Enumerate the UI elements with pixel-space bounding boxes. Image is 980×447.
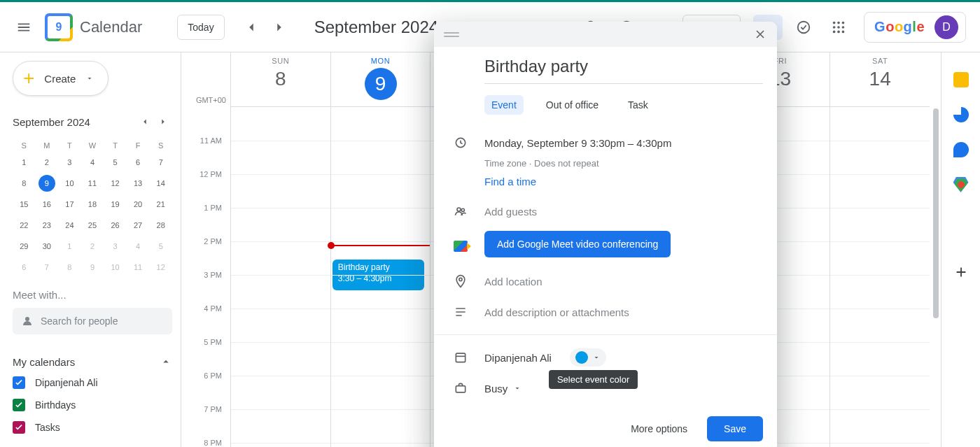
day-column[interactable]	[830, 107, 930, 447]
mini-day-cell[interactable]: 24	[58, 216, 81, 234]
mini-day-cell[interactable]: 2	[36, 153, 59, 171]
create-button[interactable]: + Create	[13, 61, 108, 96]
mini-day-cell[interactable]: 22	[13, 216, 36, 234]
mini-day-cell[interactable]: 14	[149, 174, 172, 192]
maps-icon[interactable]	[953, 177, 969, 192]
mini-day-cell[interactable]: 3	[58, 153, 81, 171]
mini-day-cell[interactable]: 5	[149, 237, 172, 255]
my-calendars-header[interactable]: My calendars	[13, 355, 172, 368]
date-range-title[interactable]: September 2024	[314, 17, 438, 37]
mini-day-cell[interactable]: 13	[127, 174, 150, 192]
mini-day-cell[interactable]: 7	[36, 258, 59, 276]
popover-drag-handle[interactable]	[434, 22, 777, 47]
avatar[interactable]: D	[934, 15, 958, 39]
add-guests-field[interactable]: Add guests	[484, 206, 537, 218]
mini-day-cell[interactable]: 3	[104, 237, 127, 255]
mini-day-cell[interactable]: 4	[127, 237, 150, 255]
mini-day-cell[interactable]: 18	[81, 195, 104, 213]
calendar-list-item[interactable]: Birthdays	[13, 399, 172, 411]
mini-day-cell[interactable]: 8	[13, 174, 36, 192]
event-create-popover: Birthday party EventOut of officeTask Mo…	[434, 22, 777, 447]
google-apps-button[interactable]	[825, 13, 853, 41]
day-header[interactable]: SAT14	[830, 52, 930, 106]
mini-day-cell[interactable]: 6	[13, 258, 36, 276]
more-options-button[interactable]: More options	[631, 423, 687, 434]
calendar-checkbox[interactable]	[13, 399, 25, 411]
mini-next-button[interactable]	[154, 113, 172, 131]
mini-day-cell[interactable]: 10	[104, 258, 127, 276]
get-addons-button[interactable]	[947, 258, 975, 286]
mini-day-cell[interactable]: 4	[81, 153, 104, 171]
mini-day-cell[interactable]: 2	[81, 237, 104, 255]
calendar-list-item[interactable]: Dipanjenah Ali	[13, 376, 172, 389]
app-logo[interactable]: Calendar	[45, 13, 142, 41]
mini-day-cell[interactable]: 11	[81, 174, 104, 192]
event-type-tab[interactable]: Task	[621, 95, 655, 115]
mini-day-cell[interactable]: 19	[104, 195, 127, 213]
svg-point-12	[837, 30, 840, 33]
day-column[interactable]	[230, 107, 330, 447]
vertical-scrollbar[interactable]	[930, 52, 941, 447]
find-a-time-link[interactable]: Find a time	[484, 176, 536, 187]
event-type-tab[interactable]: Event	[484, 95, 524, 115]
mini-day-cell[interactable]: 29	[13, 237, 36, 255]
keep-icon[interactable]	[953, 72, 969, 87]
tasks-icon[interactable]	[953, 107, 969, 122]
svg-point-9	[837, 26, 840, 29]
mini-day-cell[interactable]: 20	[127, 195, 150, 213]
main-menu-button[interactable]	[10, 13, 38, 41]
event-datetime[interactable]: Monday, September 9 3:30pm – 4:30pm	[484, 137, 671, 149]
contacts-icon[interactable]	[953, 142, 969, 157]
save-button[interactable]: Save	[707, 416, 763, 441]
mini-day-cell[interactable]: 9	[36, 174, 59, 192]
svg-point-11	[833, 30, 836, 33]
day-column[interactable]: Birthday party3:30 – 4:30pm	[330, 107, 430, 447]
mini-day-cell[interactable]: 21	[149, 195, 172, 213]
day-header[interactable]: MON9	[330, 52, 430, 106]
mini-prev-button[interactable]	[136, 113, 154, 131]
mini-day-cell[interactable]: 7	[149, 153, 172, 171]
add-description-field[interactable]: Add description or attachments	[484, 306, 629, 318]
tasks-mode-button[interactable]	[790, 13, 818, 41]
mini-day-cell[interactable]: 9	[81, 258, 104, 276]
mini-day-cell[interactable]: 8	[58, 258, 81, 276]
mini-day-cell[interactable]: 17	[58, 195, 81, 213]
mini-day-cell[interactable]: 15	[13, 195, 36, 213]
calendar-list-item[interactable]: Tasks	[13, 421, 172, 434]
event-color-picker[interactable]: Select event color	[570, 348, 606, 367]
account-switcher[interactable]: Google D	[864, 12, 966, 43]
caret-down-icon	[513, 384, 522, 392]
next-period-button[interactable]	[265, 13, 293, 41]
calendar-owner-label[interactable]: Dipanjenah Ali	[484, 352, 552, 364]
mini-day-cell[interactable]: 26	[104, 216, 127, 234]
visibility-dropdown[interactable]: Busy	[484, 383, 522, 395]
mini-day-cell[interactable]: 10	[58, 174, 81, 192]
mini-day-cell[interactable]: 25	[81, 216, 104, 234]
mini-day-cell[interactable]: 27	[127, 216, 150, 234]
mini-day-cell[interactable]: 30	[36, 237, 59, 255]
mini-month-label[interactable]: September 2024	[13, 116, 90, 128]
today-button[interactable]: Today	[177, 15, 224, 40]
search-people-input[interactable]: Search for people	[13, 308, 172, 334]
event-timezone-repeat[interactable]: Time zone · Does not repeat	[484, 158, 763, 169]
event-type-tab[interactable]: Out of office	[539, 95, 606, 115]
prev-period-button[interactable]	[237, 13, 265, 41]
google-logo: Google	[874, 19, 925, 35]
event-title-input[interactable]: Birthday party	[484, 57, 763, 84]
add-location-field[interactable]: Add location	[484, 276, 542, 288]
mini-day-cell[interactable]: 23	[36, 216, 59, 234]
calendar-checkbox[interactable]	[13, 421, 25, 434]
mini-day-cell[interactable]: 6	[127, 153, 150, 171]
mini-day-cell[interactable]: 12	[149, 258, 172, 276]
day-header[interactable]: SUN8	[230, 52, 330, 106]
mini-day-cell[interactable]: 16	[36, 195, 59, 213]
mini-day-cell[interactable]: 1	[13, 153, 36, 171]
add-google-meet-button[interactable]: Add Google Meet video conferencing	[484, 231, 671, 257]
close-popover-button[interactable]	[749, 23, 771, 45]
mini-day-cell[interactable]: 11	[127, 258, 150, 276]
mini-day-cell[interactable]: 12	[104, 174, 127, 192]
mini-day-cell[interactable]: 5	[104, 153, 127, 171]
mini-day-cell[interactable]: 28	[149, 216, 172, 234]
calendar-checkbox[interactable]	[13, 376, 25, 389]
mini-day-cell[interactable]: 1	[58, 237, 81, 255]
